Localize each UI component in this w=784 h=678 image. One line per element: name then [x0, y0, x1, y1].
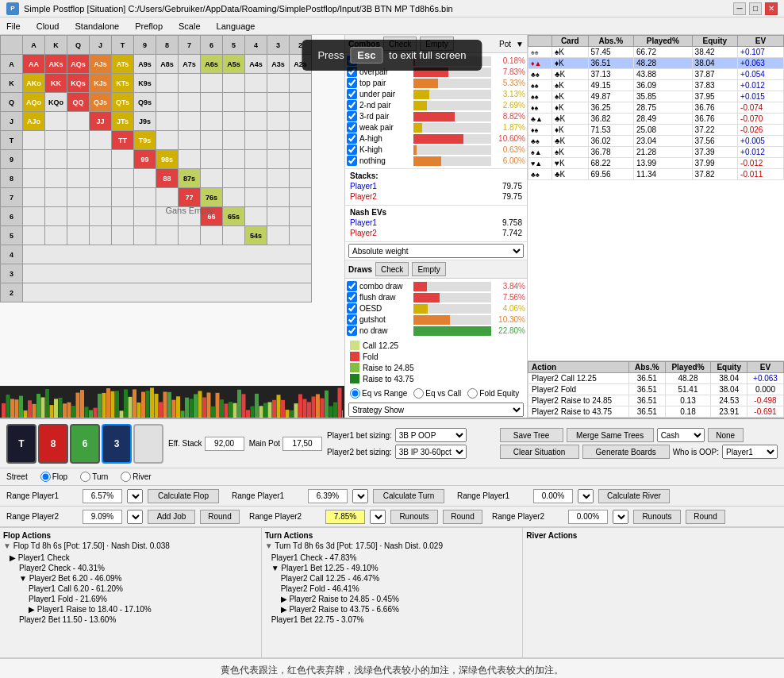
flop-p1call[interactable]: Player1 Call 6.20 - 61.20% — [29, 584, 258, 594]
minimize-button[interactable]: ─ — [733, 2, 746, 15]
combo-toppair-checkbox[interactable] — [347, 78, 357, 88]
turn-radio[interactable] — [80, 472, 90, 482]
round-turn-button[interactable]: Round — [443, 510, 482, 524]
eq-vs-range-radio[interactable] — [350, 388, 360, 399]
who-is-oop-select[interactable]: Player1 — [722, 445, 778, 459]
combo-ahigh-row: A-high 10.60% — [347, 133, 525, 144]
flop-p1check[interactable]: ▶ Player1 Check — [10, 553, 258, 563]
clear-situation-button[interactable]: Clear Situation — [500, 445, 579, 459]
draws-check-button[interactable]: Check — [375, 262, 409, 276]
turn-p2call[interactable]: Player2 Call 12.25 - 46.47% — [281, 573, 520, 584]
equity-row-9: ♣♠ ♣K 36.02 23.04 37.56 +0.005 — [528, 136, 784, 147]
equity-row-7: ♣▲ ♣K 36.82 28.49 36.76 -0.070 — [528, 114, 784, 125]
turn-p1bet[interactable]: ▼ Player1 Bet 12.25 - 49.10% — [271, 563, 520, 573]
draw-combo-checkbox[interactable] — [347, 281, 357, 291]
svg-rect-11 — [50, 405, 54, 418]
combo-ahigh-checkbox[interactable] — [347, 133, 357, 144]
menu-file[interactable]: File — [3, 20, 24, 33]
turn-p1check[interactable]: Player1 Check - 47.83% — [271, 553, 520, 563]
flop-range-p2-input[interactable] — [83, 510, 122, 524]
draw-nodraw-checkbox[interactable] — [347, 326, 357, 336]
nash-evs-label: Nash EVs — [350, 208, 522, 217]
flop-range-p1-input[interactable] — [83, 489, 122, 503]
turn-range-p1-arrow[interactable]: ▼ — [352, 489, 368, 503]
flop-p2bet1150[interactable]: Player2 Bet 11.50 - 13.60% — [19, 614, 258, 625]
combo-khigh-checkbox[interactable] — [347, 144, 357, 155]
turn-p2raise4375[interactable]: ▶ Player2 Raise to 43.75 - 6.66% — [281, 604, 520, 614]
turn-range-p1-input[interactable] — [308, 489, 348, 503]
runouts-river-button[interactable]: Runouts — [633, 510, 681, 524]
flop-range-p2-arrow[interactable]: ▼ — [127, 510, 143, 524]
fold-equity-radio[interactable] — [467, 388, 478, 399]
p1-bet-label: Player1 bet sizing: — [327, 431, 392, 440]
turn-p2raise2485[interactable]: ▶ Player2 Raise to 24.85 - 0.45% — [281, 594, 520, 604]
river-radio[interactable] — [121, 472, 131, 482]
turn-p1bet2275[interactable]: Player1 Bet 22.75 - 3.07% — [271, 614, 520, 625]
eff-stack-input[interactable] — [205, 437, 244, 451]
svg-rect-35 — [155, 394, 159, 418]
calc-turn-button[interactable]: Calculate Turn — [373, 489, 444, 503]
action-row-4: Player2 Raise to 43.75 36.51 0.18 23.91 … — [528, 406, 784, 418]
river-range-p1-input[interactable] — [533, 489, 573, 503]
draw-flush-checkbox[interactable] — [347, 292, 357, 302]
main-pot-input[interactable] — [282, 437, 322, 451]
flop-range-p1-label: Range Player1 — [6, 491, 78, 500]
combo-3rdpair-checkbox[interactable] — [347, 111, 357, 121]
combo-2ndpair-checkbox[interactable] — [347, 100, 357, 110]
flop-range-p1-arrow[interactable]: ▼ — [127, 489, 143, 503]
equity-row-3: ♣♠ ♣K 37.13 43.88 37.87 +0.054 — [528, 69, 784, 80]
p2-bet-select[interactable]: 3B IP 30-60pct — [395, 445, 467, 459]
p1-bet-select[interactable]: 3B P OOP — [395, 428, 467, 442]
maximize-button[interactable]: □ — [749, 2, 762, 15]
eq-vs-call-radio[interactable] — [413, 388, 424, 399]
card-blank[interactable] — [133, 424, 163, 464]
draws-empty-button[interactable]: Empty — [412, 262, 445, 276]
svg-rect-66 — [290, 410, 294, 418]
flop-radio[interactable] — [40, 472, 51, 482]
svg-rect-16 — [71, 406, 75, 418]
close-button[interactable]: ✕ — [765, 2, 778, 15]
merge-trees-button[interactable]: Merge Same Trees — [567, 428, 654, 442]
river-range-p2-arrow[interactable]: ▼ — [613, 510, 628, 524]
turn-range-p2-arrow[interactable]: ▼ — [370, 510, 386, 524]
draw-gutshot-checkbox[interactable] — [347, 314, 357, 325]
river-range-p2-input[interactable] — [568, 510, 608, 524]
turn-range-p2-input[interactable] — [325, 510, 365, 524]
svg-rect-46 — [202, 397, 206, 418]
menu-scale[interactable]: Scale — [175, 20, 204, 33]
player1-nash-label: Player1 — [350, 218, 377, 227]
runouts-button[interactable]: Runouts — [390, 510, 438, 524]
menu-preflop[interactable]: Preflop — [132, 20, 166, 33]
none-button[interactable]: None — [708, 428, 744, 442]
round-flop-button[interactable]: Round — [200, 510, 240, 524]
draw-oesd-checkbox[interactable] — [347, 303, 357, 314]
svg-rect-43 — [190, 399, 194, 418]
flop-p1fold[interactable]: Player1 Fold - 21.69% — [29, 594, 258, 604]
add-job-button[interactable]: Add Job — [148, 510, 195, 524]
flop-p1raise[interactable]: ▶ Player1 Raise to 18.40 - 17.10% — [29, 604, 258, 614]
generate-boards-button[interactable]: Generate Boards — [582, 445, 670, 459]
svg-rect-59 — [259, 406, 263, 418]
turn-p2fold[interactable]: Player2 Fold - 46.41% — [281, 584, 520, 594]
menu-cloud[interactable]: Cloud — [33, 20, 63, 33]
svg-rect-30 — [133, 389, 136, 418]
combo-weakpair-checkbox[interactable] — [347, 122, 357, 133]
flop-p2check[interactable]: Player2 Check - 40.31% — [19, 563, 258, 573]
menu-language[interactable]: Language — [213, 20, 259, 33]
calc-river-button[interactable]: Calculate River — [598, 489, 670, 503]
river-range-p1-arrow[interactable]: ▼ — [578, 489, 594, 503]
combo-underpair-checkbox[interactable] — [347, 89, 357, 99]
menu-standalone[interactable]: Standalone — [71, 20, 122, 33]
strategy-show-select[interactable]: Strategy Show — [348, 403, 524, 417]
save-tree-button[interactable]: Save Tree — [500, 428, 563, 442]
calc-flop-button[interactable]: Calculate Flop — [148, 489, 219, 503]
combo-underpair-row: under pair 3.13% — [347, 89, 525, 99]
combo-3rdpair-row: 3-rd pair 8.82% — [347, 111, 525, 121]
svg-rect-50 — [220, 399, 224, 418]
combo-nothing-checkbox[interactable] — [347, 156, 357, 166]
weight-select[interactable]: Absolute weight — [348, 244, 524, 258]
flop-p2bet620[interactable]: ▼ Player2 Bet 6.20 - 46.09% — [19, 573, 258, 584]
round-river-button[interactable]: Round — [686, 510, 725, 524]
draw-flushdraw-row: flush draw 7.56% — [347, 292, 525, 302]
cash-select[interactable]: Cash — [657, 428, 705, 442]
